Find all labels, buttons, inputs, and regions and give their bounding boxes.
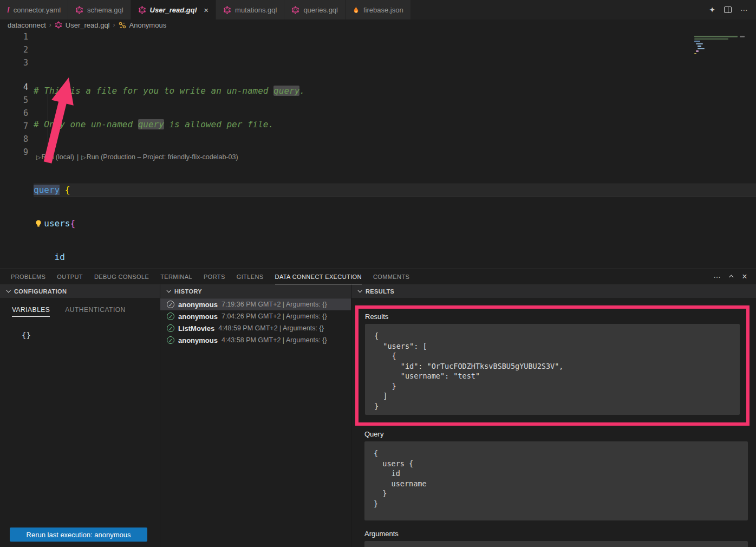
results-header[interactable]: RESULTS bbox=[351, 284, 756, 298]
yaml-warning-icon: ! bbox=[7, 5, 10, 14]
lightbulb-icon[interactable] bbox=[35, 220, 42, 227]
tab-firebase-json[interactable]: firebase.json bbox=[346, 0, 411, 19]
code-line-3: # Only one un-named query is allowed per… bbox=[34, 118, 756, 131]
check-circle-icon: ✓ bbox=[167, 336, 174, 344]
operation-symbol-icon bbox=[119, 22, 126, 29]
panel-actions: ⋯ × bbox=[713, 272, 756, 281]
tab-queries-gql[interactable]: queries.gql bbox=[284, 0, 346, 19]
panel-tab-comments[interactable]: COMMENTS bbox=[373, 269, 409, 284]
line-number: 9 bbox=[0, 146, 34, 159]
close-tab-icon[interactable]: × bbox=[204, 6, 208, 14]
history-item-meta: 4:48:59 PM GMT+2 | Arguments: {} bbox=[218, 324, 324, 332]
panel-more-actions-icon[interactable]: ⋯ bbox=[713, 272, 721, 281]
breadcrumb-separator: › bbox=[49, 21, 51, 29]
breadcrumb-separator: › bbox=[113, 21, 115, 29]
variables-value[interactable]: {} bbox=[22, 331, 160, 340]
query-text[interactable]: { users { id username } } bbox=[364, 441, 748, 520]
history-item[interactable]: ✓ anonymous 7:04:26 PM GMT+2 | Arguments… bbox=[160, 310, 351, 322]
tab-connector-yaml[interactable]: ! connector.yaml bbox=[0, 0, 68, 19]
code-line-6: id bbox=[34, 251, 756, 264]
history-item[interactable]: ✓ anonymous 7:19:36 PM GMT+2 | Arguments… bbox=[160, 298, 351, 310]
run-local-link[interactable]: ▷Run (local) bbox=[36, 152, 74, 163]
arguments-text[interactable]: {} bbox=[364, 541, 748, 547]
configuration-tabs: VARIABLES AUTHENTICATION bbox=[0, 298, 160, 317]
vscode-window: ! connector.yaml schema.gql User_read.gq… bbox=[0, 0, 756, 547]
tab-label: firebase.json bbox=[363, 6, 403, 14]
history-item-meta: 7:04:26 PM GMT+2 | Arguments: {} bbox=[221, 312, 327, 320]
panel-tab-debug-console[interactable]: DEBUG CONSOLE bbox=[94, 269, 149, 284]
close-panel-icon[interactable]: × bbox=[742, 272, 747, 281]
tab-label: schema.gql bbox=[87, 6, 123, 14]
more-actions-icon[interactable]: ⋯ bbox=[740, 5, 748, 14]
comment-text: # This is a file for you to write an un-… bbox=[34, 86, 273, 96]
tab-label: mutations.gql bbox=[235, 6, 277, 14]
users-field: users bbox=[44, 218, 70, 229]
history-item-meta: 4:43:58 PM GMT+2 | Arguments: {} bbox=[221, 336, 327, 344]
play-icon: ▷ bbox=[36, 154, 41, 160]
tab-authentication[interactable]: AUTHENTICATION bbox=[65, 306, 125, 317]
code-line-1 bbox=[34, 51, 756, 64]
results-json-output[interactable]: { "users": [ { "id": "OrTucFODZHTksvBSBU… bbox=[365, 324, 740, 415]
play-icon: ▷ bbox=[81, 154, 86, 160]
configuration-header[interactable]: CONFIGURATION bbox=[0, 284, 160, 298]
check-circle-icon: ✓ bbox=[167, 301, 174, 308]
query-block: Query { users { id username } } bbox=[364, 430, 748, 520]
bottom-panel: PROBLEMS OUTPUT DEBUG CONSOLE TERMINAL P… bbox=[0, 269, 756, 547]
history-header[interactable]: HISTORY bbox=[160, 284, 351, 298]
run-production-link[interactable]: ▷Run (Production – Project: friendly-fli… bbox=[81, 152, 238, 163]
maximize-panel-icon[interactable] bbox=[729, 275, 733, 279]
tab-label: queries.gql bbox=[303, 6, 338, 14]
comment-text: # Only one un-named bbox=[34, 119, 138, 129]
copilot-sparkle-icon[interactable]: ✦ bbox=[709, 5, 715, 14]
tab-schema-gql[interactable]: schema.gql bbox=[68, 0, 131, 19]
breadcrumb: dataconnect › User_read.gql › Anonymous bbox=[0, 19, 756, 30]
tab-mutations-gql[interactable]: mutations.gql bbox=[216, 0, 284, 19]
graphql-icon bbox=[75, 6, 83, 14]
code-line-5: users{ bbox=[34, 217, 756, 230]
open-brace: { bbox=[70, 218, 75, 229]
panel-tab-gitlens[interactable]: GITLENS bbox=[237, 269, 264, 284]
chevron-down-icon bbox=[357, 288, 362, 292]
configuration-section: CONFIGURATION VARIABLES AUTHENTICATION {… bbox=[0, 284, 160, 547]
split-editor-icon[interactable] bbox=[724, 6, 732, 13]
line-number: 8 bbox=[0, 133, 34, 146]
arguments-block: Arguments {} bbox=[364, 530, 748, 547]
line-number: 7 bbox=[0, 120, 34, 133]
graphql-icon bbox=[138, 6, 146, 14]
editor-actions: ✦ ⋯ bbox=[709, 0, 756, 19]
graphql-icon bbox=[291, 6, 299, 14]
breadcrumb-item-file[interactable]: User_read.gql bbox=[66, 21, 110, 29]
minimap[interactable] bbox=[694, 33, 752, 66]
tab-label: connector.yaml bbox=[14, 6, 61, 14]
breadcrumb-item-folder[interactable]: dataconnect bbox=[8, 21, 46, 29]
tab-user-read-gql[interactable]: User_read.gql × bbox=[131, 0, 216, 19]
history-item[interactable]: ✓ ListMovies 4:48:59 PM GMT+2 | Argument… bbox=[160, 322, 351, 334]
history-item-name: ListMovies bbox=[178, 324, 214, 333]
indent-guide bbox=[48, 94, 48, 146]
panel-tab-ports[interactable]: PORTS bbox=[204, 269, 225, 284]
line-number: 5 bbox=[0, 94, 34, 107]
panel-tab-problems[interactable]: PROBLEMS bbox=[11, 269, 45, 284]
check-circle-icon: ✓ bbox=[167, 312, 174, 320]
query-keyword: query bbox=[34, 185, 60, 195]
results-section: RESULTS Results { "users": [ { "id": "Or… bbox=[351, 284, 756, 547]
panel-tab-output[interactable]: OUTPUT bbox=[57, 269, 83, 284]
open-brace: { bbox=[65, 185, 70, 195]
tab-variables[interactable]: VARIABLES bbox=[12, 306, 50, 317]
panel-tab-terminal[interactable]: TERMINAL bbox=[160, 269, 192, 284]
breadcrumb-item-symbol[interactable]: Anonymous bbox=[129, 21, 167, 29]
highlighted-word: query bbox=[138, 119, 164, 129]
history-section: HISTORY ✓ anonymous 7:19:36 PM GMT+2 | A… bbox=[160, 284, 351, 547]
line-number: 2 bbox=[0, 43, 34, 56]
history-item-name: anonymous bbox=[178, 301, 218, 309]
history-item[interactable]: ✓ anonymous 4:43:58 PM GMT+2 | Arguments… bbox=[160, 334, 351, 346]
tab-label: User_read.gql bbox=[150, 6, 197, 14]
panel-tab-data-connect-execution[interactable]: DATA CONNECT EXECUTION bbox=[275, 269, 362, 284]
highlighted-word: query bbox=[273, 86, 299, 96]
rerun-last-execution-button[interactable]: Rerun last execution: anonymous bbox=[10, 528, 147, 542]
graphql-icon bbox=[55, 21, 62, 29]
codelens-separator: | bbox=[77, 152, 79, 163]
code-editor[interactable]: 1 2 3 4 5 6 7 8 9 # This is a file for y… bbox=[0, 30, 756, 269]
editor-tab-bar: ! connector.yaml schema.gql User_read.gq… bbox=[0, 0, 756, 19]
check-circle-icon: ✓ bbox=[167, 324, 174, 332]
